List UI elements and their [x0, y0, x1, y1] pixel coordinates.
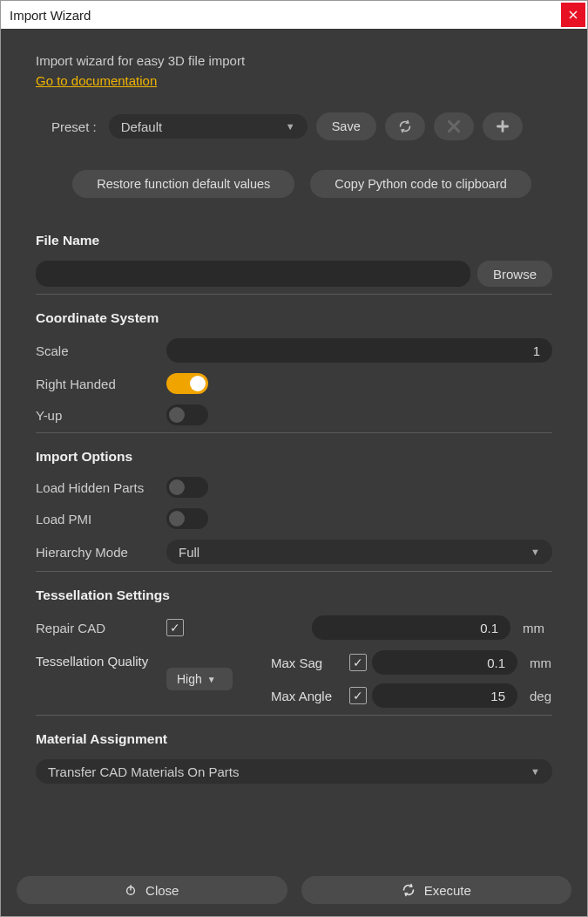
execute-button[interactable]: Execute [301, 876, 572, 904]
window-close-button[interactable] [561, 3, 585, 27]
separator [36, 432, 552, 433]
chevron-down-icon: ▼ [531, 547, 540, 557]
hierarchy-mode-value: Full [179, 545, 199, 560]
preset-save-button[interactable]: Save [316, 112, 376, 140]
max-angle-label: Max Angle [271, 689, 349, 703]
max-sag-checkbox[interactable] [349, 654, 367, 671]
material-mode-select[interactable]: Transfer CAD Materials On Parts ▼ [36, 759, 552, 784]
dialog-body: Import wizard for easy 3D file import Go… [1, 29, 587, 916]
material-assignment-heading: Material Assignment [36, 731, 552, 747]
max-angle-unit: deg [530, 689, 559, 703]
dialog-footer: Close Execute [1, 869, 587, 916]
copy-python-button[interactable]: Copy Python code to clipboard [310, 170, 531, 198]
max-sag-value: 0.1 [487, 655, 505, 670]
separator [36, 571, 552, 572]
load-hidden-label: Load Hidden Parts [36, 480, 166, 495]
repair-cad-checkbox[interactable] [166, 619, 184, 636]
repair-cad-value: 0.1 [480, 621, 498, 635]
action-row: Restore function default values Copy Pyt… [36, 170, 552, 198]
hierarchy-mode-label: Hierarchy Mode [36, 545, 166, 560]
copy-python-label: Copy Python code to clipboard [335, 177, 507, 191]
import-wizard-window: Import Wizard Import wizard for easy 3D … [0, 0, 588, 917]
right-handed-label: Right Handed [36, 377, 166, 391]
chevron-down-icon: ▼ [286, 121, 295, 132]
preset-select[interactable]: Default ▼ [109, 114, 308, 139]
scale-input[interactable]: 1 [166, 338, 552, 363]
y-up-label: Y-up [36, 408, 166, 423]
tess-quality-select[interactable]: High ▼ [166, 668, 233, 690]
titlebar: Import Wizard [1, 1, 587, 29]
max-sag-label: Max Sag [271, 655, 349, 670]
preset-row: Preset : Default ▼ Save [36, 112, 552, 140]
import-options-heading: Import Options [36, 449, 552, 465]
scale-value: 1 [533, 343, 540, 358]
intro-text: Import wizard for easy 3D file import [36, 53, 552, 68]
refresh-icon [402, 883, 416, 897]
window-title: Import Wizard [10, 8, 91, 23]
max-angle-input[interactable]: 15 [372, 683, 517, 708]
close-button[interactable]: Close [17, 876, 287, 904]
plus-icon [497, 120, 509, 132]
preset-refresh-button[interactable] [385, 112, 425, 140]
repair-cad-unit: mm [523, 621, 552, 635]
separator [36, 294, 552, 295]
close-icon [569, 10, 578, 19]
tess-quality-value: High [177, 672, 202, 686]
preset-save-label: Save [332, 119, 361, 133]
max-sag-unit: mm [530, 655, 559, 670]
preset-delete-button[interactable] [434, 112, 474, 140]
chevron-down-icon: ▼ [207, 675, 216, 684]
content-area: Import wizard for easy 3D file import Go… [1, 29, 587, 869]
file-name-input[interactable] [36, 261, 470, 287]
max-sag-input[interactable]: 0.1 [372, 650, 517, 675]
separator [36, 715, 552, 716]
hierarchy-mode-select[interactable]: Full ▼ [166, 540, 552, 564]
close-label: Close [145, 883, 179, 898]
coordinate-system-heading: Coordinate System [36, 310, 552, 326]
chevron-down-icon: ▼ [531, 766, 540, 777]
refresh-icon [398, 119, 412, 133]
tessellation-heading: Tessellation Settings [36, 588, 552, 603]
execute-label: Execute [424, 883, 471, 898]
preset-add-button[interactable] [483, 112, 523, 140]
load-hidden-toggle[interactable] [166, 477, 208, 498]
preset-label: Preset : [51, 119, 97, 134]
restore-defaults-button[interactable]: Restore function default values [72, 170, 294, 198]
material-mode-value: Transfer CAD Materials On Parts [48, 764, 240, 779]
tess-quality-label: Tessellation Quality [36, 650, 166, 669]
documentation-link[interactable]: Go to documentation [36, 73, 157, 88]
file-name-heading: File Name [36, 233, 552, 248]
repair-cad-label: Repair CAD [36, 621, 166, 635]
browse-label: Browse [493, 267, 537, 282]
max-angle-checkbox[interactable] [349, 687, 367, 704]
power-icon [125, 884, 137, 896]
load-pmi-label: Load PMI [36, 512, 166, 526]
right-handed-toggle[interactable] [166, 373, 208, 394]
scale-label: Scale [36, 343, 166, 358]
repair-cad-value-input[interactable]: 0.1 [312, 615, 510, 640]
max-angle-value: 15 [490, 689, 505, 703]
delete-icon [448, 120, 460, 132]
preset-value: Default [121, 119, 163, 134]
y-up-toggle[interactable] [166, 404, 208, 425]
browse-button[interactable]: Browse [477, 261, 552, 287]
restore-defaults-label: Restore function default values [97, 177, 270, 191]
load-pmi-toggle[interactable] [166, 508, 208, 529]
